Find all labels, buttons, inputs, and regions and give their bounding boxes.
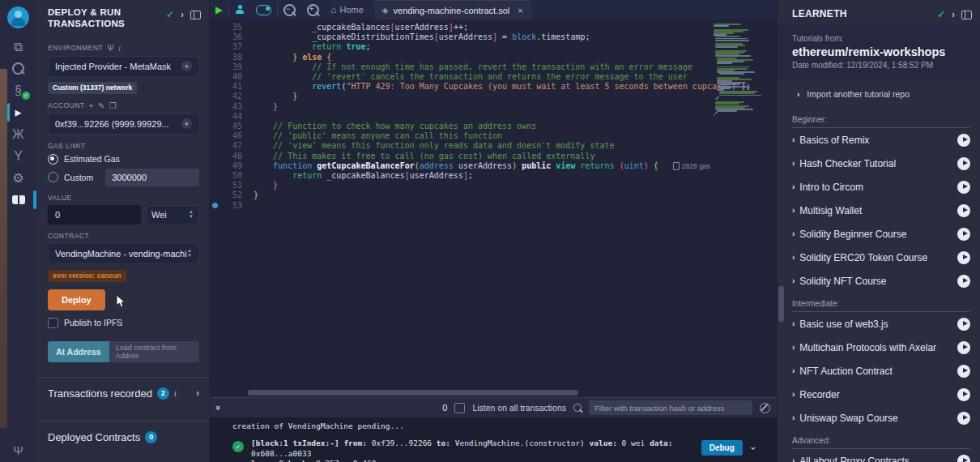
edit-account-icon[interactable]: ✎ [98,101,105,110]
info-icon[interactable]: i [174,388,177,398]
ai-assistant-button[interactable] [229,0,250,19]
add-account-icon[interactable]: + [89,101,94,110]
horizontal-scrollbar[interactable] [210,390,777,396]
environment-select[interactable]: Injected Provider - MetaMask● [48,56,199,77]
breakpoint-gutter[interactable] [210,82,219,92]
play-tutorial-button[interactable] [957,455,970,462]
home-tab[interactable]: ⌂Home [325,0,369,19]
play-tutorial-button[interactable] [957,157,970,170]
zoom-out-button[interactable]: − [278,0,301,19]
tutorial-item[interactable]: ›Solidity Beginner Course [792,222,970,246]
breakpoint-gutter[interactable] [210,181,219,190]
play-tutorial-button[interactable] [957,204,970,217]
breakpoint-gutter[interactable] [210,72,219,82]
plug-icon[interactable]: Ψ [107,44,114,53]
play-tutorial-button[interactable] [957,228,970,241]
play-tutorial-button[interactable] [957,181,970,194]
play-tutorial-button[interactable] [957,134,970,147]
breakpoint-gutter[interactable] [210,131,219,141]
collapse-terminal-icon[interactable]: » [214,405,224,410]
tutorial-item[interactable]: ›NFT Auction Contract [792,359,970,383]
code-line[interactable]: 47 // 'view' means this function only re… [210,141,714,151]
code-line[interactable]: 53 [210,201,714,211]
listen-checkbox[interactable] [454,403,465,413]
play-tutorial-button[interactable] [957,251,970,264]
code-line[interactable]: 49 function getCupcakeBalanceFor(address… [210,161,714,171]
code-line[interactable]: 35 _cupcakeBalances[userAddress]++; [210,23,714,32]
deploy-button[interactable]: Deploy [48,289,105,310]
code-line[interactable]: 36 _cupcakeDistributionTimes[userAddress… [210,32,714,42]
terminal-output[interactable]: creation of VendingMachine pending... ✓ … [210,417,777,462]
play-tutorial-button[interactable] [957,275,970,288]
breakpoint-gutter[interactable] [210,102,219,112]
code-line[interactable]: 48 // This makes it free to call (no gas… [210,152,714,161]
panel-scrollbar-thumb[interactable] [778,286,784,322]
account-select[interactable]: 0xf39...92266 (9999.99929...● [48,113,199,135]
custom-gas-input[interactable]: 3000000 [105,169,199,186]
custom-gas-option[interactable]: Custom3000000 [48,169,199,186]
breakpoint-gutter[interactable] [210,23,219,32]
debug-button[interactable]: Debug [701,440,743,456]
value-input[interactable]: 0 [48,205,141,225]
search-icon[interactable] [573,404,582,412]
code-line[interactable]: 52} [210,190,714,200]
file-explorer-icon[interactable]: ⧉ [0,36,36,58]
info-icon[interactable]: i [118,44,121,53]
value-unit-select[interactable]: Wei▲▼ [146,205,199,225]
breakpoint-gutter[interactable] [210,62,219,72]
code-line[interactable]: 39 // If not enough time has passed, rev… [210,62,714,72]
code-line[interactable]: 43 } [210,102,714,112]
at-address-input[interactable]: Load contract from Addres [109,341,199,362]
play-tutorial-button[interactable] [957,341,970,354]
breakpoint-gutter[interactable] [210,32,219,42]
breakpoint-gutter[interactable] [210,190,219,200]
scrollbar-thumb[interactable] [248,390,578,396]
deployed-contracts-section[interactable]: Deployed Contracts 0 [36,421,209,453]
expand-panel-icon[interactable]: › [181,9,184,20]
code-line[interactable]: 50 return _cupcakeBalances[userAddress]; [210,171,714,181]
play-tutorial-button[interactable] [957,365,970,378]
pin-panel-icon[interactable] [961,11,972,19]
import-repo-row[interactable]: › Import another tutorial repo [778,79,980,107]
copy-account-icon[interactable]: ❐ [109,101,117,110]
breakpoint-gutter[interactable] [210,141,219,151]
code-line[interactable]: 40 // 'revert' cancels the transaction a… [210,72,714,82]
run-script-button[interactable]: ▶ [210,0,228,19]
expand-panel-icon[interactable]: › [952,9,955,20]
pin-panel-icon[interactable] [190,11,201,19]
code-line[interactable]: 38 } else { [210,53,714,62]
contract-select[interactable]: VendingMachine - vending-machin▲▼ [48,243,199,264]
breakpoint-gutter[interactable] [210,92,219,101]
breakpoint-gutter[interactable] [210,171,219,181]
close-tab-icon[interactable]: × [518,6,522,15]
estimated-gas-option[interactable]: Estimated Gas [48,154,199,165]
clear-console-icon[interactable] [760,403,770,413]
tutorial-item[interactable]: ›Solidity NFT Course [792,269,970,293]
tutorial-item[interactable]: ›Uniswap Swap Course [792,406,970,430]
code-line[interactable]: 46 // 'public' means anyone can call thi… [210,131,714,141]
code-line[interactable]: 45 // Function to check how many cupcake… [210,122,714,131]
tutorial-item[interactable]: ›All about Proxy Contracts [792,449,970,462]
play-tutorial-button[interactable] [957,412,970,425]
play-tutorial-button[interactable] [957,318,970,331]
breakpoint-gutter[interactable] [210,122,219,131]
tutorial-item[interactable]: ›Basic use of web3.js [792,312,970,336]
file-tab[interactable]: ◈ vending-machine-contract.sol × [374,0,531,20]
tutorial-item[interactable]: ›Recorder [792,383,970,406]
remix-logo-icon[interactable] [6,5,31,29]
tutorial-item[interactable]: ›Hash Checker Tutorial [792,152,970,175]
expand-transactions-icon[interactable]: › [196,387,199,399]
breakpoint-gutter[interactable] [210,161,219,171]
breakpoint-gutter[interactable] [210,201,219,211]
code-line[interactable]: 42 } [210,92,714,101]
publish-ipfs-option[interactable]: Publish to IPFS [48,318,199,328]
transaction-row[interactable]: ✓ [block:1 txIndex:-] from: 0xf39...9226… [232,438,777,462]
breakpoint-gutter[interactable] [210,42,219,52]
code-line[interactable]: 41 revert("HTTP 429: Too Many Cupcakes (… [210,82,714,92]
plugin-manager-icon[interactable]: Ψ [0,443,36,457]
expand-transaction-icon[interactable]: › [747,445,758,451]
breakpoint-gutter[interactable] [210,152,219,161]
tutorial-item[interactable]: ›Solidity ERC20 Token Course [792,246,970,269]
breakpoint-gutter[interactable] [210,53,219,62]
code-line[interactable]: 37 return true; [210,42,714,52]
